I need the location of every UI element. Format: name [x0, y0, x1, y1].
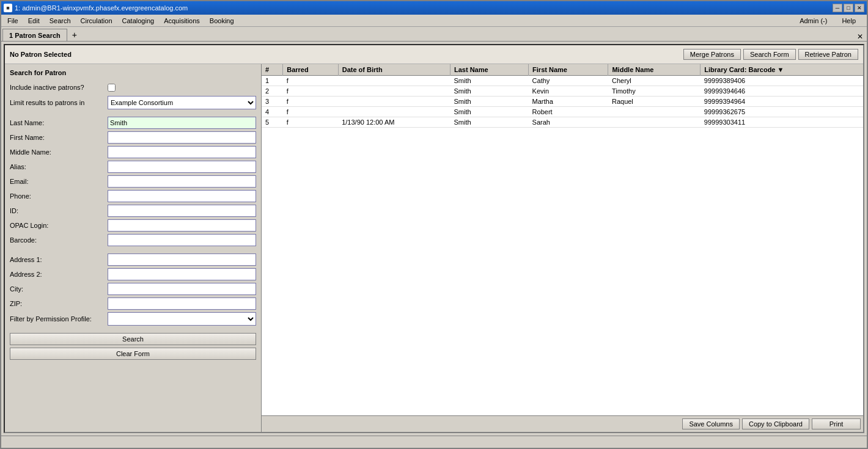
copy-clipboard-button[interactable]: Copy to Clipboard — [742, 418, 809, 429]
city-row: City: — [10, 283, 256, 295]
results-tbody: 1fSmithCathyCheryl999993894062fSmithKevi… — [262, 76, 863, 128]
table-row[interactable]: 1fSmithCathyCheryl99999389406 — [262, 76, 863, 86]
add-tab-button[interactable]: + — [67, 29, 82, 41]
merge-patrons-button[interactable]: Merge Patrons — [683, 49, 741, 60]
title-text: 1: admin@BR1-winxpvmfx.phasefx.evergreen… — [15, 4, 188, 12]
minimize-button[interactable]: ─ — [833, 4, 842, 12]
menu-cataloging[interactable]: Cataloging — [117, 16, 160, 26]
table-row[interactable]: 3fSmithMarthaRaquel99999394964 — [262, 97, 863, 107]
search-buttons: Search Clear Form — [10, 333, 256, 360]
first-name-input[interactable] — [108, 131, 256, 144]
cell-barred: f — [283, 76, 338, 86]
address1-row: Address 1: — [10, 254, 256, 266]
cell-first_name: Kevin — [529, 86, 608, 97]
middle-name-input[interactable] — [108, 146, 256, 158]
include-inactive-checkbox[interactable] — [108, 84, 116, 92]
search-form-button[interactable]: Search Form — [743, 49, 796, 60]
cell-last_name: Smith — [451, 97, 529, 107]
address1-label: Address 1: — [10, 256, 108, 263]
cell-last_name: Smith — [451, 107, 529, 117]
retrieve-patron-button[interactable]: Retrieve Patron — [798, 49, 858, 60]
menu-bar: File Edit Search Circulation Cataloging … — [1, 15, 867, 27]
limit-results-row: Limit results to patrons in Example Cons… — [10, 96, 256, 109]
col-dob[interactable]: Date of Birth — [338, 64, 450, 76]
last-name-input[interactable] — [108, 117, 256, 129]
clear-form-button[interactable]: Clear Form — [10, 348, 256, 360]
cell-last_name: Smith — [451, 76, 529, 86]
alias-input[interactable] — [108, 161, 256, 173]
col-barred[interactable]: Barred — [283, 64, 338, 76]
city-label: City: — [10, 285, 108, 293]
email-row: Email: — [10, 175, 256, 188]
barcode-label: Barcode: — [10, 236, 108, 244]
title-bar: ■ 1: admin@BR1-winxpvmfx.phasefx.evergre… — [1, 1, 867, 15]
table-header-row: # Barred Date of Birth Last Name First N… — [262, 64, 863, 76]
help-menu[interactable]: Help — [837, 16, 861, 26]
cell-dob — [338, 86, 450, 97]
phone-label: Phone: — [10, 192, 108, 200]
zip-label: ZIP: — [10, 300, 108, 307]
main-content: No Patron Selected Merge Patrons Search … — [1, 42, 867, 436]
zip-row: ZIP: — [10, 298, 256, 310]
cell-num: 2 — [262, 86, 283, 97]
cell-middle_name: Raquel — [608, 97, 701, 107]
admin-menu[interactable]: Admin (-) — [795, 16, 832, 26]
city-input[interactable] — [108, 283, 256, 295]
alias-label: Alias: — [10, 163, 108, 170]
first-name-label: First Name: — [10, 134, 108, 141]
first-name-row: First Name: — [10, 131, 256, 144]
menu-search[interactable]: Search — [45, 16, 76, 26]
menu-edit[interactable]: Edit — [23, 16, 45, 26]
table-row[interactable]: 4fSmithRobert99999362675 — [262, 107, 863, 117]
id-input[interactable] — [108, 205, 256, 217]
col-first-name[interactable]: First Name — [529, 64, 608, 76]
search-panel: Search for Patron Include inactive patro… — [5, 64, 262, 432]
table-row[interactable]: 5f1/13/90 12:00 AMSmithSarah99999303411 — [262, 117, 863, 128]
col-middle-name[interactable]: Middle Name — [608, 64, 701, 76]
cell-library_card: 99999394646 — [701, 86, 863, 97]
limit-results-select[interactable]: Example Consortium — [108, 96, 256, 109]
cell-num: 1 — [262, 76, 283, 86]
filter-permission-label: Filter by Permission Profile: — [10, 315, 108, 323]
col-last-name[interactable]: Last Name — [451, 64, 529, 76]
tab-patron-search[interactable]: 1 Patron Search — [2, 29, 67, 41]
email-input[interactable] — [108, 175, 256, 188]
header-buttons: Merge Patrons Search Form Retrieve Patro… — [683, 49, 858, 60]
col-library-card[interactable]: Library Card: Barcode ▼ — [701, 64, 863, 76]
alias-row: Alias: — [10, 161, 256, 173]
include-inactive-label: Include inactive patrons? — [10, 84, 108, 91]
menu-acquisitions[interactable]: Acquisitions — [159, 16, 205, 26]
menu-booking[interactable]: Booking — [205, 16, 239, 26]
print-button[interactable]: Print — [812, 418, 861, 429]
cell-dob: 1/13/90 12:00 AM — [338, 117, 450, 128]
barcode-row: Barcode: — [10, 234, 256, 246]
address1-input[interactable] — [108, 254, 256, 266]
menu-file[interactable]: File — [2, 16, 23, 26]
results-table: # Barred Date of Birth Last Name First N… — [262, 64, 863, 128]
close-tab-button[interactable]: ✕ — [857, 32, 866, 41]
cell-num: 5 — [262, 117, 283, 128]
filter-permission-select[interactable] — [108, 312, 256, 326]
table-row[interactable]: 2fSmithKevinTimothy99999394646 — [262, 86, 863, 97]
col-num[interactable]: # — [262, 64, 283, 76]
close-button[interactable]: ✕ — [855, 4, 864, 12]
barcode-input[interactable] — [108, 234, 256, 246]
opac-login-row: OPAC Login: — [10, 219, 256, 232]
menu-circulation[interactable]: Circulation — [76, 16, 117, 26]
opac-login-input[interactable] — [108, 219, 256, 232]
cell-dob — [338, 107, 450, 117]
restore-button[interactable]: □ — [844, 4, 853, 12]
address2-input[interactable] — [108, 268, 256, 280]
search-button[interactable]: Search — [10, 333, 256, 345]
email-label: Email: — [10, 178, 108, 185]
zip-input[interactable] — [108, 298, 256, 310]
cell-library_card: 99999389406 — [701, 76, 863, 86]
cell-barred: f — [283, 97, 338, 107]
cell-middle_name — [608, 107, 701, 117]
opac-login-label: OPAC Login: — [10, 222, 108, 229]
phone-input[interactable] — [108, 190, 256, 202]
address2-label: Address 2: — [10, 271, 108, 278]
last-name-row: Last Name: — [10, 117, 256, 129]
save-columns-button[interactable]: Save Columns — [682, 418, 740, 429]
cell-barred: f — [283, 107, 338, 117]
